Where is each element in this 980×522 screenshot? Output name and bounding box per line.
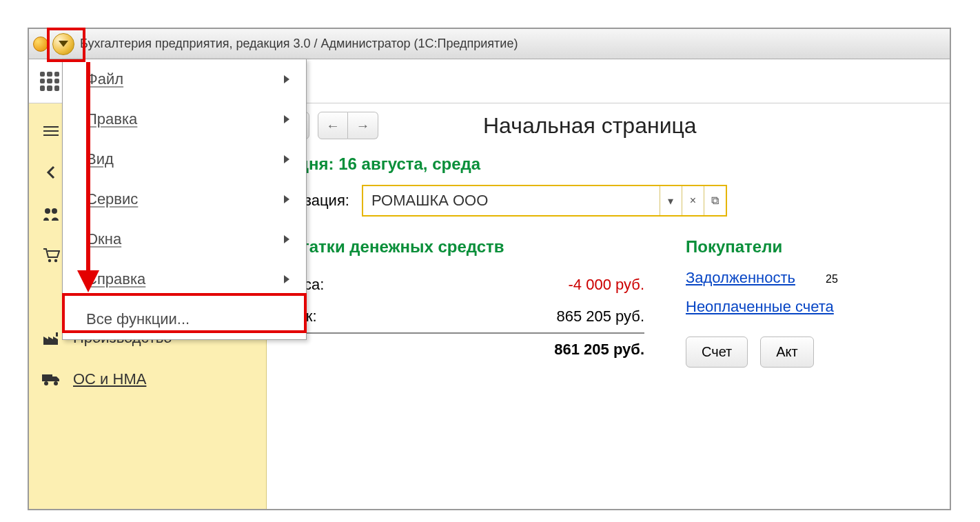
- organization-row: анизация: РОМАШКА ООО ▾ × ⧉: [279, 185, 937, 217]
- buyers-row: Задолженность 25: [686, 269, 838, 298]
- cash-panel: Остатки денежных средств Касса: -4 000 р…: [279, 237, 644, 368]
- group-icon: [41, 205, 61, 222]
- buyers-link-unpaid[interactable]: Неоплаченные счета: [686, 298, 838, 316]
- menu-item-all-functions[interactable]: Все функции...: [63, 299, 306, 339]
- submenu-arrow-icon: [284, 275, 289, 283]
- cash-grid: Касса: -4 000 руб. Банк: 865 205 руб. 86…: [279, 269, 644, 359]
- menu-item-label: Справка: [86, 270, 145, 288]
- svg-point-3: [54, 259, 57, 262]
- menu-item-help[interactable]: Справка: [63, 259, 306, 299]
- panels: Остатки денежных средств Касса: -4 000 р…: [279, 237, 937, 368]
- submenu-arrow-icon: [284, 235, 289, 243]
- main-menu-button[interactable]: [52, 33, 74, 55]
- titlebar: Бухгалтерия предприятия, редакция 3.0 / …: [29, 29, 950, 59]
- menu-icon: [41, 123, 61, 139]
- nav-prev-button[interactable]: ←: [318, 112, 348, 139]
- apps-grid-icon[interactable]: [40, 72, 59, 91]
- submenu-arrow-icon: [284, 155, 289, 163]
- chevron-left-icon: [41, 164, 61, 181]
- menu-item-label: Правка: [86, 110, 137, 128]
- submenu-arrow-icon: [284, 195, 289, 203]
- app-logo-icon: [33, 37, 48, 52]
- menu-item-edit[interactable]: Правка: [63, 99, 306, 139]
- cash-row: Касса: -4 000 руб.: [279, 269, 644, 301]
- buyers-panel: Покупатели Задолженность 25 Неоплаченные…: [686, 237, 838, 368]
- act-button[interactable]: Акт: [760, 337, 813, 368]
- buyers-link-debt[interactable]: Задолженность: [686, 269, 795, 287]
- clear-icon[interactable]: ×: [682, 186, 704, 215]
- cart-icon: [41, 247, 61, 263]
- nav-next-button[interactable]: →: [348, 112, 378, 139]
- cash-panel-title: Остатки денежных средств: [279, 237, 644, 257]
- submenu-arrow-icon: [284, 75, 289, 83]
- chevron-down-icon: [59, 41, 68, 47]
- organization-value: РОМАШКА ООО: [363, 192, 660, 210]
- dropdown-icon[interactable]: ▾: [660, 186, 682, 215]
- today-line: тодня: 16 августа, среда: [280, 154, 937, 174]
- menu-item-windows[interactable]: Окна: [63, 219, 306, 259]
- submenu-arrow-icon: [284, 115, 289, 123]
- cash-row-value: 865 205 руб.: [556, 308, 644, 325]
- svg-point-0: [45, 208, 50, 214]
- page-toolbar: ▸ ← → Начальная страница: [279, 112, 937, 139]
- buyers-buttons: Счет Акт: [686, 337, 838, 368]
- cash-row-value: -4 000 руб.: [569, 276, 644, 294]
- organization-select[interactable]: РОМАШКА ООО ▾ × ⧉: [362, 185, 727, 217]
- page-title: Начальная страница: [483, 113, 697, 139]
- today-date: 16 августа, среда: [338, 154, 480, 173]
- svg-point-4: [44, 381, 48, 385]
- menu-item-file[interactable]: Файл: [63, 59, 306, 99]
- sidebar-item-assets[interactable]: ОС и НМА: [29, 359, 266, 400]
- menu-item-label: Окна: [86, 230, 121, 248]
- cash-total: 861 205 руб.: [279, 332, 644, 359]
- invoice-button[interactable]: Счет: [686, 337, 748, 368]
- svg-point-1: [52, 208, 57, 214]
- factory-icon: [41, 330, 61, 346]
- menu-item-label: Все функции...: [86, 310, 190, 328]
- buyers-link-value: 25: [826, 273, 838, 285]
- buyers-panel-title: Покупатели: [686, 237, 838, 257]
- sidebar-item-label: ОС и НМА: [73, 370, 146, 388]
- menu-item-label: Вид: [86, 150, 114, 168]
- open-icon[interactable]: ⧉: [704, 186, 726, 215]
- window-title: Бухгалтерия предприятия, редакция 3.0 / …: [80, 37, 518, 51]
- truck-icon: [41, 371, 61, 388]
- grid-icon: [41, 288, 61, 305]
- svg-point-2: [48, 259, 51, 262]
- menu-item-label: Файл: [86, 70, 123, 88]
- cash-row: Банк: 865 205 руб.: [279, 301, 644, 332]
- menu-item-service[interactable]: Сервис: [63, 179, 306, 219]
- svg-point-5: [54, 381, 58, 385]
- system-menu: Файл Правка Вид Сервис Окна Справка Все …: [62, 59, 307, 340]
- main-content: ▸ ← → Начальная страница тодня: 16 авгус…: [267, 103, 950, 509]
- menu-item-label: Сервис: [86, 190, 138, 208]
- nav-pair: ← →: [318, 112, 378, 139]
- menu-item-view[interactable]: Вид: [63, 139, 306, 179]
